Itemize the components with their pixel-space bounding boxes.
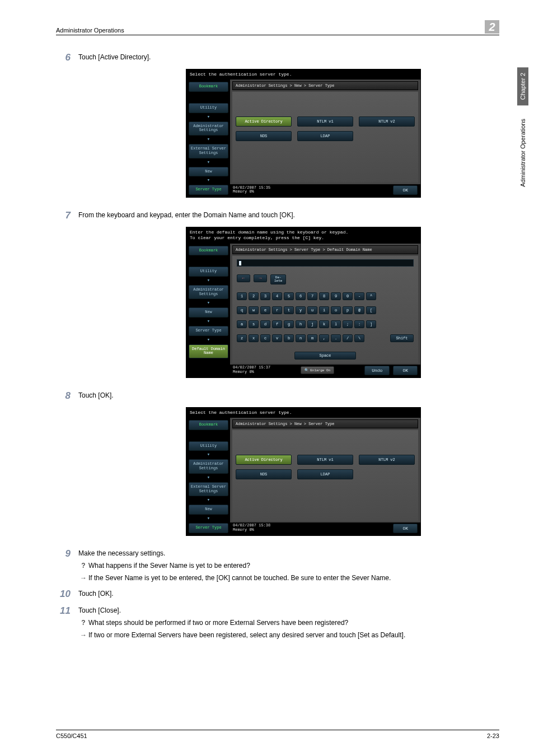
external-server-button[interactable]: External Server Settings	[189, 144, 228, 158]
key-5[interactable]: 5	[284, 292, 294, 300]
key-:[interactable]: :	[354, 320, 364, 328]
ldap-option[interactable]: LDAP	[297, 131, 353, 141]
key-3[interactable]: 3	[260, 292, 270, 300]
server-type-button[interactable]: Server Type	[189, 185, 228, 195]
side-tabs: Chapter 2 Administrator Operations	[517, 67, 528, 190]
key-l[interactable]: l	[331, 320, 341, 328]
key-g[interactable]: g	[284, 320, 294, 328]
key-j[interactable]: j	[307, 320, 317, 328]
enlarge-button[interactable]: 🔍Enlarge On	[301, 366, 334, 374]
key-[[interactable]: [	[366, 306, 376, 314]
key-t[interactable]: t	[284, 306, 294, 314]
key-1[interactable]: 1	[237, 292, 247, 300]
key-r[interactable]: r	[272, 306, 282, 314]
header-title: Administrator Operations	[56, 27, 124, 34]
key-;[interactable]: ;	[343, 320, 353, 328]
external-server-button[interactable]: External Server Settings	[189, 482, 228, 496]
new-button[interactable]: New	[189, 505, 228, 515]
new-button[interactable]: New	[189, 307, 228, 318]
ss-prompt: Select the authentication server type.	[186, 408, 420, 418]
side-tab-ops: Administrator Operations	[518, 115, 527, 190]
ntlm-v1-option[interactable]: NTLM v1	[297, 455, 353, 465]
step-text: Touch [Close].	[78, 605, 499, 615]
breadcrumb: Administrator Settings > Server Type > D…	[232, 245, 418, 254]
key-o[interactable]: o	[331, 306, 341, 314]
key-0[interactable]: 0	[343, 292, 353, 300]
utility-button[interactable]: Utility	[189, 103, 228, 113]
domain-name-input[interactable]	[237, 259, 414, 267]
key-8[interactable]: 8	[319, 292, 329, 300]
key-n[interactable]: n	[296, 334, 306, 342]
key-7[interactable]: 7	[307, 292, 317, 300]
bookmark-button[interactable]: Bookmark	[189, 246, 228, 256]
key-s[interactable]: s	[249, 320, 259, 328]
key-q[interactable]: q	[237, 306, 247, 314]
cursor-left-button[interactable]: ←	[237, 274, 250, 282]
key-c[interactable]: c	[260, 334, 270, 342]
key-x[interactable]: x	[249, 334, 259, 342]
admin-settings-button[interactable]: Administrator Settings	[189, 122, 228, 136]
key-w[interactable]: w	[249, 306, 259, 314]
utility-button[interactable]: Utility	[189, 441, 228, 451]
nds-option[interactable]: NDS	[236, 131, 292, 141]
ntlm-v2-option[interactable]: NTLM v2	[359, 116, 415, 127]
arrow-down-icon: ▾	[189, 338, 228, 343]
key-.[interactable]: .	[331, 334, 341, 342]
key-b[interactable]: b	[284, 334, 294, 342]
space-key[interactable]: Space	[294, 352, 356, 360]
key-9[interactable]: 9	[331, 292, 341, 300]
arrow-icon: →	[78, 630, 88, 640]
key-4[interactable]: 4	[272, 292, 282, 300]
bookmark-button[interactable]: Bookmark	[189, 420, 228, 430]
key-v[interactable]: v	[272, 334, 282, 342]
key-p[interactable]: p	[343, 306, 353, 314]
key-][interactable]: ]	[366, 320, 376, 328]
undo-button[interactable]: Undo	[364, 366, 390, 375]
server-type-button[interactable]: Server Type	[189, 326, 228, 336]
key-u[interactable]: u	[307, 306, 317, 314]
utility-button[interactable]: Utility	[189, 267, 228, 277]
key-d[interactable]: d	[260, 320, 270, 328]
admin-settings-button[interactable]: Administrator Settings	[189, 459, 228, 473]
arrow-down-icon: ▾	[189, 160, 228, 165]
shift-key[interactable]: Shift	[390, 334, 414, 342]
bookmark-button[interactable]: Bookmark	[189, 82, 228, 92]
step-text: Touch [OK].	[78, 390, 499, 400]
key-^[interactable]: ^	[366, 292, 376, 300]
key-6[interactable]: 6	[296, 292, 306, 300]
admin-settings-button[interactable]: Administrator Settings	[189, 285, 228, 299]
page-footer: C550/C451 2-23	[56, 730, 499, 739]
key-,[interactable]: ,	[319, 334, 329, 342]
key-h[interactable]: h	[296, 320, 306, 328]
delete-button[interactable]: De- lete	[270, 274, 286, 284]
new-button[interactable]: New	[189, 167, 228, 177]
step-text: Touch [Active Directory].	[78, 52, 499, 62]
active-directory-option[interactable]: Active Directory	[236, 116, 292, 127]
key-y[interactable]: y	[296, 306, 306, 314]
key-@[interactable]: @	[354, 306, 364, 314]
key-i[interactable]: i	[319, 306, 329, 314]
key-/[interactable]: /	[343, 334, 353, 342]
ok-button[interactable]: OK	[393, 524, 418, 533]
ok-button[interactable]: OK	[393, 366, 418, 375]
key-k[interactable]: k	[319, 320, 329, 328]
ldap-option[interactable]: LDAP	[297, 469, 353, 479]
key-m[interactable]: m	[307, 334, 317, 342]
nds-option[interactable]: NDS	[236, 469, 292, 479]
active-directory-option[interactable]: Active Directory	[236, 455, 292, 465]
default-domain-name-button[interactable]: Default Domain Name	[189, 344, 228, 358]
key--[interactable]: -	[354, 292, 364, 300]
ntlm-v2-option[interactable]: NTLM v2	[359, 455, 415, 465]
ok-button[interactable]: OK	[393, 185, 418, 195]
step-answer: If two or more External Servers have bee…	[88, 630, 499, 640]
key-a[interactable]: a	[237, 320, 247, 328]
key-e[interactable]: e	[260, 306, 270, 314]
key-z[interactable]: z	[237, 334, 247, 342]
server-type-button[interactable]: Server Type	[189, 523, 228, 533]
screenshot-server-type-2: Select the authentication server type. B…	[186, 407, 421, 536]
key-f[interactable]: f	[272, 320, 282, 328]
cursor-right-button[interactable]: →	[254, 274, 267, 282]
key-\[interactable]: \	[354, 334, 364, 342]
ntlm-v1-option[interactable]: NTLM v1	[297, 116, 353, 127]
key-2[interactable]: 2	[249, 292, 259, 300]
